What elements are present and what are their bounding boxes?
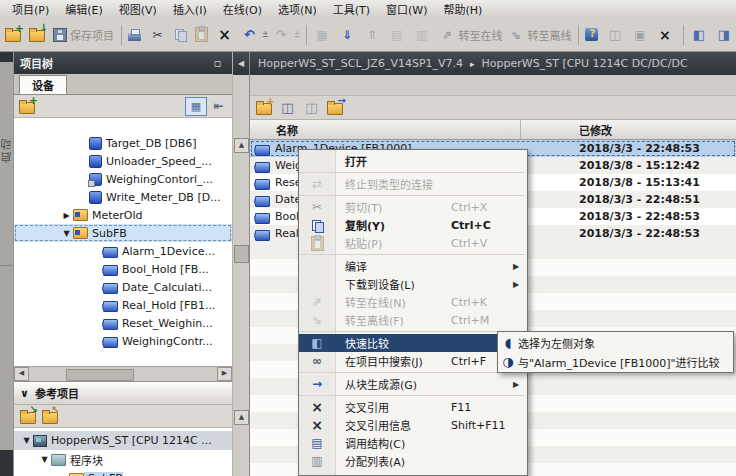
- menu-item[interactable]: 视图(V): [111, 0, 165, 18]
- menu-item[interactable]: 工具(T): [325, 0, 378, 18]
- close-reference-project-icon[interactable]: [42, 412, 58, 424]
- tree-item[interactable]: Reset_Weighin...: [14, 314, 232, 332]
- start-view-label[interactable]: 启动: [0, 137, 13, 163]
- context-menu-item[interactable]: 转至在线(N) Ctrl+K: [299, 293, 527, 311]
- scroll-left-icon[interactable]: ◀: [14, 367, 29, 381]
- tree-expander[interactable]: ▶: [60, 211, 73, 220]
- toolbar-button[interactable]: [193, 22, 214, 48]
- tree-item[interactable]: ▶ MeterOld: [14, 206, 232, 224]
- toolbar-button[interactable]: 转至在线: [436, 22, 505, 48]
- tree-item[interactable]: WeighingContorl_...: [14, 170, 232, 188]
- context-menu-item[interactable]: 剪切(T) Ctrl+X: [299, 198, 527, 216]
- toolbar-button[interactable]: [311, 22, 336, 48]
- link-editor-icon[interactable]: [210, 98, 227, 114]
- toolbar-button[interactable]: [214, 22, 239, 48]
- menu-item[interactable]: 编辑(E): [57, 0, 111, 18]
- toolbar-button[interactable]: [683, 25, 684, 45]
- tree-item[interactable]: Unloader_Speed_...: [14, 152, 232, 170]
- toolbar-button[interactable]: [629, 22, 654, 48]
- menu-item[interactable]: 项目(P): [4, 0, 57, 18]
- reference-projects-header[interactable]: ∨ 参考项目: [14, 381, 232, 405]
- context-menu-item[interactable]: 终止到类型的连接: [299, 175, 527, 193]
- tree-item[interactable]: Target_DB [DB6]: [14, 134, 232, 152]
- toolbar-button[interactable]: ±: [239, 22, 271, 48]
- toolbar-button[interactable]: [3, 22, 27, 48]
- toolbar-button[interactable]: [306, 25, 307, 45]
- toolbar-button[interactable]: [654, 22, 679, 48]
- context-menu-item[interactable]: 从块生成源(G) ▶: [299, 375, 527, 393]
- context-menu-item[interactable]: 快速比较 ▶: [299, 334, 527, 352]
- collapse-panel-icon[interactable]: ◀: [233, 52, 249, 75]
- toolbar-button[interactable]: [126, 22, 147, 48]
- scroll-right-icon[interactable]: ▶: [217, 367, 232, 381]
- context-menu-item[interactable]: 下载到设备(L) ▶: [299, 275, 527, 293]
- menu-item[interactable]: 选项(N): [270, 0, 325, 18]
- breadcrumb-device[interactable]: HopperWS_ST [CPU 1214C DC/DC/DC: [482, 57, 688, 70]
- context-menu-item[interactable]: [299, 172, 525, 173]
- scroll-thumb[interactable]: [66, 369, 134, 381]
- view-split-2-icon[interactable]: [303, 100, 320, 116]
- tree-item[interactable]: Alarm_1Device...: [14, 242, 232, 260]
- tree-expander[interactable]: ▼: [38, 455, 51, 464]
- context-menu-item[interactable]: 调用结构(C): [299, 434, 527, 452]
- toolbar-button[interactable]: [713, 22, 736, 48]
- menu-item[interactable]: 窗口(W): [378, 0, 435, 18]
- tree-expander[interactable]: ▼: [60, 229, 73, 238]
- column-header-modified[interactable]: 已修改: [521, 120, 736, 139]
- toolbar-button[interactable]: 转至离线: [505, 22, 574, 48]
- toolbar-button[interactable]: [336, 22, 361, 48]
- toolbar-button[interactable]: ±: [271, 22, 303, 48]
- toolbar-button[interactable]: [583, 22, 604, 48]
- menu-item[interactable]: 帮助(H): [436, 0, 491, 18]
- context-menu-item[interactable]: 复制(Y) Ctrl+C: [299, 216, 527, 234]
- context-menu-item[interactable]: 转至离线(F) Ctrl+M: [299, 311, 527, 329]
- tree-item[interactable]: Real_Hold [FB1...: [14, 296, 232, 314]
- toolbar-button[interactable]: [361, 22, 386, 48]
- tab-devices[interactable]: 设备: [19, 75, 67, 94]
- context-menu-item[interactable]: 粘贴(P) Ctrl+V: [299, 234, 527, 252]
- menu-item[interactable]: 在线(O): [215, 0, 270, 18]
- context-menu-item[interactable]: 编译 ▶: [299, 257, 527, 275]
- pin-icon[interactable]: [209, 55, 226, 71]
- toolbar-button[interactable]: [147, 22, 172, 48]
- tree-expander[interactable]: ▼: [20, 436, 33, 445]
- submenu-item[interactable]: 与"Alarm_1Device [FB1000]"进行比较: [498, 352, 733, 371]
- context-menu-item[interactable]: 交叉引用 F11: [299, 398, 527, 416]
- scroll-up-icon[interactable]: ▲: [234, 138, 249, 153]
- menu-item[interactable]: 插入(I): [165, 0, 215, 18]
- view-split-1-icon[interactable]: [279, 100, 296, 116]
- new-block-icon[interactable]: [256, 103, 272, 115]
- tree-item[interactable]: ▼ SubFB: [14, 224, 232, 242]
- grid-view-button[interactable]: [185, 97, 207, 116]
- toolbar-button[interactable]: [578, 25, 579, 45]
- scroll-up-icon[interactable]: ▲: [234, 410, 249, 425]
- add-folder-icon[interactable]: [19, 102, 35, 114]
- context-menu-item[interactable]: [299, 254, 525, 255]
- reference-tree-item[interactable]: ▼ 程序块: [14, 450, 232, 469]
- reference-tree-item[interactable]: ▼ HopperWS_ST [CPU 1214C ...: [14, 431, 232, 450]
- toolbar-button[interactable]: [411, 22, 436, 48]
- toolbar-button[interactable]: 保存项目: [51, 22, 117, 48]
- tree-horizontal-scrollbar[interactable]: ◀ ▶: [14, 366, 232, 381]
- context-menu-item[interactable]: 在项目中搜索(J) Ctrl+F: [299, 352, 527, 370]
- breadcrumb-project[interactable]: HopperWS_ST_SCL_JZ6_V14SP1_V7.4: [258, 57, 463, 70]
- toolbar-button[interactable]: [604, 22, 629, 48]
- toolbar-button[interactable]: [121, 25, 122, 45]
- tree-item[interactable]: Bool_Hold [FB...: [14, 260, 232, 278]
- toolbar-button[interactable]: [172, 22, 193, 48]
- context-menu-item[interactable]: [299, 395, 525, 396]
- scroll-thumb[interactable]: [234, 245, 249, 263]
- context-menu-item[interactable]: 分配列表(A): [299, 452, 527, 470]
- reference-tree-item[interactable]: ▶ SubFB: [14, 469, 232, 476]
- context-menu-item[interactable]: 打开: [299, 152, 527, 170]
- toolbar-button[interactable]: [27, 22, 51, 48]
- column-header-name[interactable]: 名称: [250, 120, 521, 139]
- open-block-icon[interactable]: [327, 103, 343, 115]
- tree-item[interactable]: WeighingContr...: [14, 332, 232, 350]
- tree-item[interactable]: Write_Meter_DB [D...: [14, 188, 232, 206]
- open-reference-project-icon[interactable]: [20, 412, 36, 424]
- tree-item[interactable]: Date_Calculati...: [14, 278, 232, 296]
- context-menu-item[interactable]: [299, 195, 525, 196]
- context-menu-item[interactable]: [299, 372, 525, 373]
- toolbar-button[interactable]: [688, 22, 713, 48]
